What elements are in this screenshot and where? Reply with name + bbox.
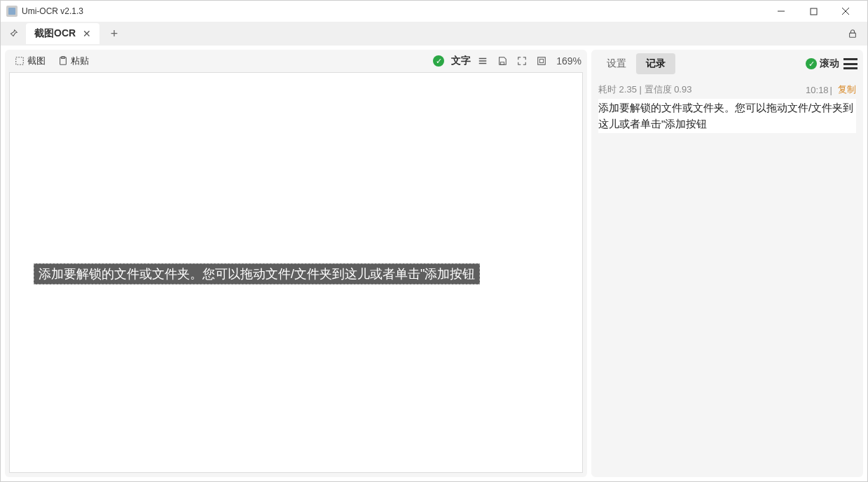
svg-rect-7 [16, 57, 24, 65]
text-mode-label[interactable]: 文字 [451, 55, 471, 67]
screenshot-button[interactable]: 截图 [11, 53, 50, 69]
fullscreen-icon[interactable] [514, 53, 530, 69]
pin-button[interactable] [4, 24, 23, 43]
record-text[interactable]: 添加要解锁的文件或文件夹。您可以拖动文件/文件夹到这儿或者单击"添加按钮 [598, 99, 856, 133]
app-icon [6, 6, 18, 17]
save-icon[interactable] [495, 53, 510, 69]
svg-rect-15 [540, 59, 544, 62]
scroll-status-icon: ✓ [806, 58, 817, 69]
screenshot-label: 截图 [27, 55, 46, 67]
image-preview-area[interactable]: 添加要解锁的文件或文件夹。您可以拖动文件/文件夹到这儿或者单击"添加按钮 [9, 72, 583, 473]
tab-close-icon[interactable]: ✕ [83, 28, 91, 39]
lock-button[interactable] [842, 23, 863, 44]
tab-records[interactable]: 记录 [636, 53, 675, 74]
ocr-text-overlay: 添加要解锁的文件或文件夹。您可以拖动文件/文件夹到这儿或者单击"添加按钮 [34, 263, 480, 284]
tabbar: 截图OCR ✕ + [1, 22, 867, 46]
svg-rect-13 [501, 62, 504, 65]
svg-rect-3 [811, 8, 817, 15]
screenshot-icon [15, 56, 25, 66]
svg-rect-14 [538, 57, 546, 65]
paste-button[interactable]: 粘贴 [54, 53, 93, 69]
tab-label: 截图OCR [34, 27, 76, 40]
right-toolbar: 设置 记录 ✓ 滚动 [591, 50, 863, 78]
window-title: Umi-OCR v2.1.3 [22, 6, 83, 16]
tab-screenshot-ocr[interactable]: 截图OCR ✕ [26, 23, 99, 44]
titlebar: Umi-OCR v2.1.3 [1, 1, 867, 22]
minimize-button[interactable] [765, 1, 797, 22]
left-panel: 截图 粘贴 ✓ 文字 169% [5, 50, 587, 477]
record-meta: 耗时 2.35 | 置信度 0.93 [598, 83, 691, 96]
add-tab-button[interactable]: + [104, 23, 125, 44]
tab-settings[interactable]: 设置 [597, 53, 636, 74]
scroll-label[interactable]: 滚动 [820, 57, 839, 70]
maximize-button[interactable] [797, 1, 829, 22]
right-panel: 设置 记录 ✓ 滚动 耗时 2.35 | 置信度 0.93 10:18 | 复制… [591, 50, 863, 477]
close-button[interactable] [829, 1, 862, 22]
left-toolbar: 截图 粘贴 ✓ 文字 169% [5, 50, 587, 72]
record-time: 10:18 [806, 85, 829, 95]
paste-icon [58, 56, 68, 66]
zoom-label[interactable]: 169% [556, 55, 581, 67]
svg-rect-6 [850, 33, 856, 37]
records-list: 耗时 2.35 | 置信度 0.93 10:18 | 复制 添加要解锁的文件或文… [591, 78, 863, 477]
status-ok-icon: ✓ [433, 55, 444, 67]
copy-button[interactable]: 复制 [838, 83, 856, 96]
menu-icon[interactable] [843, 58, 857, 69]
fit-icon[interactable] [534, 53, 549, 69]
svg-rect-1 [8, 8, 15, 15]
record-header: 耗时 2.35 | 置信度 0.93 10:18 | 复制 [598, 83, 856, 96]
list-icon[interactable] [475, 53, 490, 69]
content-area: 截图 粘贴 ✓ 文字 169% [1, 46, 867, 481]
paste-label: 粘贴 [71, 55, 89, 67]
